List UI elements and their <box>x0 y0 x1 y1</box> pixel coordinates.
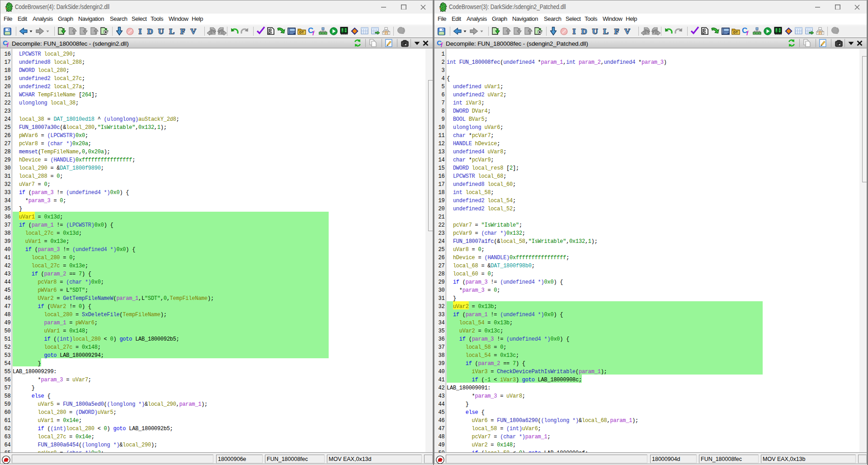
svg-text:F: F <box>614 27 619 36</box>
svg-text:I: I <box>139 27 142 36</box>
svg-text:f: f <box>7 42 9 47</box>
svg-text:L: L <box>169 27 175 36</box>
svg-text:DT: DT <box>733 30 738 34</box>
svg-text:D: D <box>147 27 153 36</box>
svg-text:U: U <box>158 27 164 36</box>
svg-text:I: I <box>573 27 576 36</box>
svg-text:F: F <box>180 27 185 36</box>
svg-text:f: f <box>441 42 443 47</box>
svg-text:L: L <box>603 27 609 36</box>
svg-text:f: f <box>746 29 749 35</box>
svg-text:V: V <box>190 27 196 36</box>
svg-text:U: U <box>592 27 598 36</box>
svg-text:D: D <box>581 27 587 36</box>
svg-text:DT: DT <box>299 30 304 34</box>
svg-text:V: V <box>624 27 630 36</box>
svg-text:f: f <box>312 29 315 35</box>
